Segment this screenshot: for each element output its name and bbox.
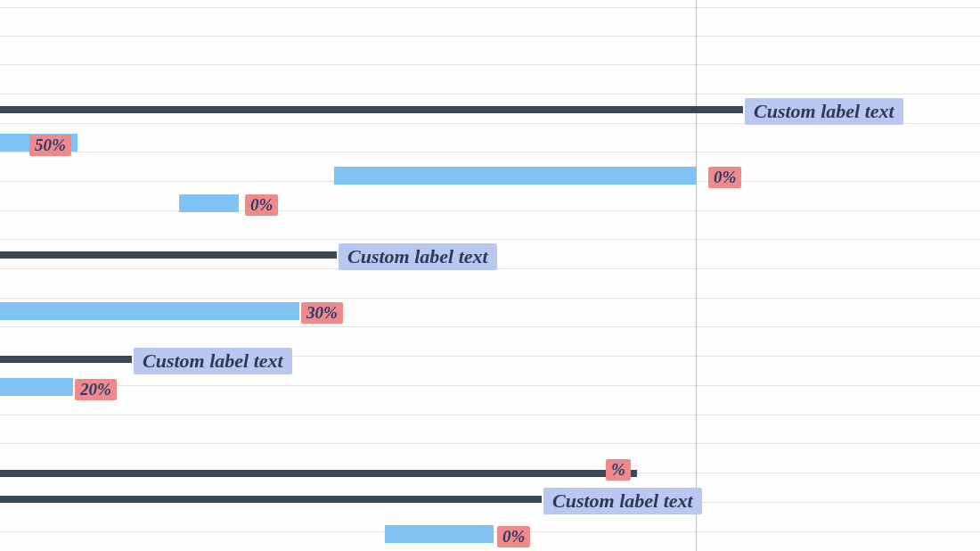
percent-label: % [606,459,631,481]
custom-label: Custom label text [134,348,292,374]
gridline [0,152,980,152]
today-marker [696,0,697,551]
gridline [0,326,980,327]
task-bar[interactable] [385,525,494,543]
percent-label: 50% [29,135,71,156]
task-bar[interactable] [334,167,697,185]
summary-bar[interactable] [0,106,743,113]
percent-label: 20% [75,379,117,400]
summary-bar[interactable] [0,356,132,363]
gridline [0,298,980,299]
task-bar[interactable] [0,302,299,320]
custom-label: Custom label text [543,488,702,514]
gridline [0,7,980,8]
summary-bar[interactable] [0,496,542,503]
gridline [0,36,980,37]
percent-label: 30% [301,302,343,324]
summary-bar[interactable] [0,251,337,259]
gridline [0,415,980,415]
gantt-chart-area: Custom label text50%0%0%Custom label tex… [0,0,980,551]
percent-label: 0% [708,167,741,188]
percent-label: 0% [245,194,278,216]
percent-label: 0% [497,526,530,547]
gridline [0,94,980,95]
gridline [0,239,980,240]
task-bar[interactable] [0,378,73,396]
custom-label: Custom label text [339,243,497,270]
custom-label: Custom label text [745,98,903,125]
summary-bar[interactable] [0,470,637,477]
gridline [0,443,980,444]
task-bar[interactable] [179,194,239,212]
gridline [0,385,980,386]
gridline [0,210,980,211]
gridline [0,64,980,65]
